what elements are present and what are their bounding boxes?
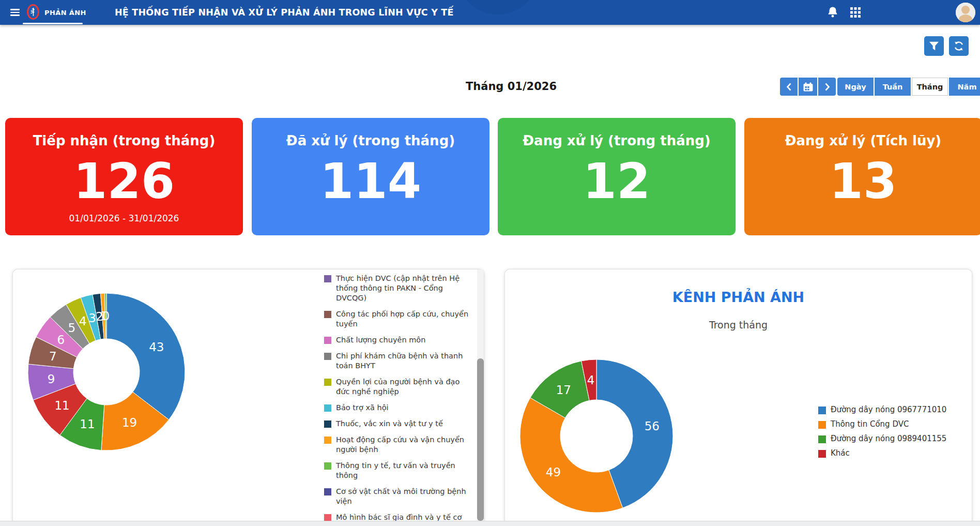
stat-title: Đã xử lý (trong tháng) — [252, 133, 489, 148]
legend-label: Công tác phối hợp cấp cứu, chuyển tuyến — [336, 309, 470, 329]
legend-label: Thuốc, vắc xin và vật tư y tế — [336, 419, 443, 429]
legend-swatch — [324, 404, 331, 412]
slice-label: 4 — [79, 314, 87, 328]
active-tab-underline — [23, 23, 83, 24]
legend-item[interactable]: Bảo trợ xã hội — [324, 403, 470, 413]
legend-label: Thực hiện DVC (cập nhật trên Hệ thống th… — [336, 274, 470, 303]
legend-swatch — [324, 353, 331, 360]
chevron-right-icon — [824, 83, 830, 91]
legend-label: Chi phí khám chữa bệnh và thanh toán BHY… — [336, 351, 470, 371]
stat-card-processed: Đã xử lý (trong tháng) 114 — [252, 118, 489, 235]
category-legend: Thực hiện DVC (cập nhật trên Hệ thống th… — [324, 274, 470, 521]
stat-title: Đang xử lý (Tích lũy) — [744, 133, 980, 148]
legend-label: Mô hình bác sĩ gia đình và y tế cơ sở — [336, 513, 470, 521]
legend-item[interactable]: Thông tin Cổng DVC — [818, 419, 968, 429]
chevron-left-icon — [786, 83, 792, 91]
legend-scrollbar-thumb[interactable] — [477, 358, 484, 521]
legend-item[interactable]: Hoạt động cấp cứu và vận chuyển người bệ… — [324, 435, 470, 455]
legend-swatch — [324, 337, 331, 344]
slice-label: 9 — [48, 372, 55, 386]
legend-label: Bảo trợ xã hội — [336, 403, 389, 413]
legend-label: Hoạt động cấp cứu và vận chuyển người bệ… — [336, 435, 470, 455]
slice-label: 56 — [645, 419, 660, 433]
prev-period-button[interactable] — [780, 78, 798, 96]
legend-item[interactable]: Cơ sở vật chất và môi trường bệnh viện — [324, 487, 470, 506]
calendar-button[interactable] — [799, 78, 817, 96]
legend-label: Thông tin y tế, tư vấn và truyền thông — [336, 461, 470, 480]
apps-grid-icon[interactable] — [850, 7, 861, 18]
channel-chart-subtitle: Trong tháng — [505, 319, 972, 330]
menu-icon[interactable] — [10, 9, 20, 16]
calendar-icon — [803, 82, 813, 92]
legend-swatch — [324, 379, 331, 386]
legend-swatch — [818, 435, 826, 443]
next-period-button[interactable] — [818, 78, 836, 96]
slice-label: 11 — [54, 399, 69, 412]
slice-label: 4 — [587, 373, 595, 387]
slice-label: 5 — [68, 321, 76, 335]
slice-label: 3 — [88, 311, 96, 325]
legend-item[interactable]: Đường dây nóng 0989401155 — [818, 434, 968, 443]
funnel-icon — [928, 41, 940, 51]
legend-scrollbar-track[interactable] — [477, 269, 484, 521]
legend-swatch — [324, 311, 331, 318]
stat-value: 114 — [252, 157, 489, 206]
legend-label: Cơ sở vật chất và môi trường bệnh viện — [336, 487, 470, 506]
view-year-button[interactable]: Năm — [949, 78, 980, 96]
slice-label: 17 — [556, 383, 571, 397]
legend-swatch — [818, 450, 826, 458]
view-day-button[interactable]: Ngày — [837, 78, 874, 96]
legend-swatch — [324, 420, 331, 428]
legend-swatch — [324, 488, 331, 495]
legend-label: Thông tin Cổng DVC — [831, 419, 909, 429]
legend-label: Khác — [831, 448, 850, 458]
slice-label: 7 — [49, 350, 57, 363]
app-logo-icon[interactable] — [27, 4, 39, 20]
legend-item[interactable]: Mô hình bác sĩ gia đình và y tế cơ sở — [324, 513, 470, 521]
donut-slice[interactable] — [520, 398, 623, 513]
category-donut-chart: 43191111976543210 — [24, 289, 189, 455]
stat-card-received: Tiếp nhận (trong tháng) 126 01/01/2026 -… — [5, 118, 243, 235]
legend-item[interactable]: Khác — [818, 448, 968, 458]
slice-label: 6 — [57, 333, 65, 347]
avatar[interactable] — [956, 3, 975, 22]
legend-swatch — [818, 407, 826, 414]
brand-label[interactable]: PHẢN ÁNH — [44, 9, 86, 17]
period-label: Tháng 01/2026 — [466, 80, 557, 93]
channel-chart-panel: KÊNH PHẢN ÁNH Trong tháng 5649174 Đường … — [504, 269, 972, 521]
legend-item[interactable]: Thông tin y tế, tư vấn và truyền thông — [324, 461, 470, 480]
legend-swatch — [324, 275, 331, 282]
slice-label: 19 — [122, 416, 137, 429]
donut-slice[interactable] — [106, 293, 185, 419]
navbar: PHẢN ÁNH HỆ THỐNG TIẾP NHẬN VÀ XỬ LÝ PHẢ… — [0, 0, 980, 25]
legend-label: Đường dây nóng 0967771010 — [831, 405, 946, 414]
navbar-decor-circle — [456, 0, 539, 14]
stat-title: Đang xử lý (trong tháng) — [498, 133, 736, 148]
legend-item[interactable]: Thuốc, vắc xin và vật tư y tế — [324, 419, 470, 429]
horizontal-scrollbar[interactable] — [0, 521, 980, 526]
stat-value: 13 — [744, 157, 980, 206]
stat-value: 126 — [5, 157, 243, 206]
legend-swatch — [324, 514, 331, 521]
stat-subtitle: 01/01/2026 - 31/01/2026 — [5, 213, 243, 223]
refresh-button[interactable] — [949, 36, 969, 56]
legend-item[interactable]: Đường dây nóng 0967771010 — [818, 405, 968, 414]
stat-title: Tiếp nhận (trong tháng) — [5, 133, 243, 148]
slice-label: 43 — [149, 340, 164, 354]
filter-button[interactable] — [924, 36, 944, 56]
legend-label: Quyền lợi của người bệnh và đạo đức nghề… — [336, 377, 470, 397]
legend-item[interactable]: Quyền lợi của người bệnh và đạo đức nghề… — [324, 377, 470, 397]
legend-item[interactable]: Chất lượng chuyên môn — [324, 335, 470, 345]
legend-item[interactable]: Chi phí khám chữa bệnh và thanh toán BHY… — [324, 351, 470, 371]
legend-item[interactable]: Công tác phối hợp cấp cứu, chuyển tuyến — [324, 309, 470, 329]
legend-swatch — [324, 437, 331, 444]
caduceus-icon — [30, 7, 36, 17]
slice-label: 11 — [80, 417, 95, 431]
view-week-button[interactable]: Tuần — [875, 78, 911, 96]
legend-item[interactable]: Thực hiện DVC (cập nhật trên Hệ thống th… — [324, 274, 470, 303]
channel-donut-chart: 5649174 — [514, 353, 679, 519]
notifications-bell-icon[interactable] — [826, 6, 839, 19]
view-month-button[interactable]: Tháng — [912, 78, 948, 96]
slice-label: 0 — [102, 309, 110, 323]
legend-label: Đường dây nóng 0989401155 — [831, 434, 946, 443]
